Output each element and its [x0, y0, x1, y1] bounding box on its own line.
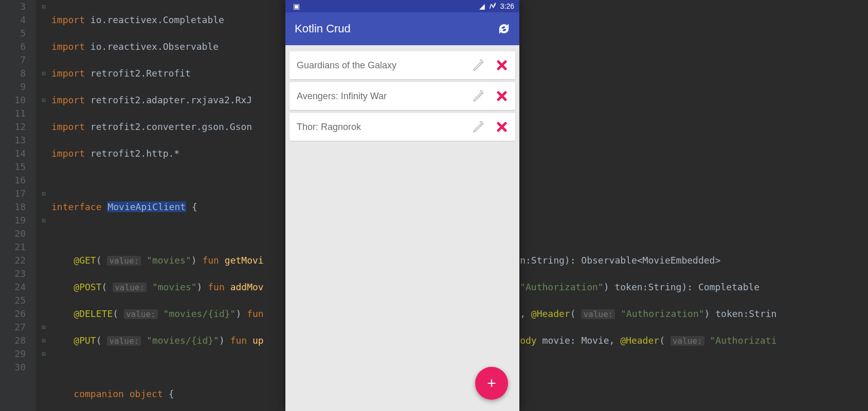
line-number: 20: [0, 227, 36, 240]
fold-marker[interactable]: ⊟: [36, 321, 51, 334]
fold-marker[interactable]: ⊟: [36, 94, 51, 107]
line-number: 22: [0, 254, 36, 267]
line-number: 5: [0, 27, 36, 40]
line-number: 3: [0, 0, 36, 13]
add-button[interactable]: +: [475, 367, 508, 400]
fold-marker[interactable]: ⊟: [36, 334, 51, 347]
movie-title: Avengers: Infinity War: [297, 91, 472, 102]
line-number: 11: [0, 107, 36, 120]
line-number: 12: [0, 120, 36, 134]
delete-icon[interactable]: [496, 59, 508, 71]
line-number: 16: [0, 174, 36, 187]
line-number: 25: [0, 294, 36, 307]
status-bar: ▣ ◢ 🗲 3:26: [285, 0, 519, 12]
fold-marker[interactable]: ⊟: [36, 214, 51, 227]
line-number: 10: [0, 94, 36, 107]
line-number: 14: [0, 147, 36, 160]
line-number: 7: [0, 53, 36, 67]
fold-column: ⊟ ⊟ ⊟ ⊟ ⊟ ⊟ ⊟ ⊟: [36, 0, 51, 411]
app-title: Kotlin Crud: [295, 22, 498, 35]
debug-icon: ▣: [293, 2, 300, 10]
line-number: 8: [0, 67, 36, 80]
line-number: 4: [0, 13, 36, 27]
line-number: 15: [0, 160, 36, 174]
fold-marker[interactable]: ⊟: [36, 187, 51, 200]
android-emulator: ▣ ◢ 🗲 3:26 Kotlin Crud Guardians of the …: [285, 0, 519, 411]
line-number: 28: [0, 334, 36, 347]
delete-icon[interactable]: [496, 90, 508, 102]
line-number: 17: [0, 187, 36, 200]
plus-icon: +: [487, 376, 496, 391]
fold-marker[interactable]: ⊟: [36, 67, 51, 80]
edit-icon[interactable]: [472, 120, 485, 134]
movie-title: Guardians of the Galaxy: [297, 60, 472, 71]
line-number: 23: [0, 267, 36, 281]
list-item[interactable]: Thor: Ragnorok: [290, 113, 515, 141]
line-number: 24: [0, 281, 36, 294]
fold-marker[interactable]: ⊟: [36, 0, 51, 13]
line-number: 29: [0, 347, 36, 361]
line-number: 19: [0, 214, 36, 227]
line-number: 21: [0, 240, 36, 254]
fold-marker[interactable]: ⊟: [36, 347, 51, 361]
line-number: 18: [0, 200, 36, 214]
line-number: 9: [0, 80, 36, 94]
refresh-icon[interactable]: [498, 23, 510, 35]
list-item[interactable]: Guardians of the Galaxy: [290, 51, 515, 79]
line-number: 27: [0, 321, 36, 334]
line-number: 13: [0, 134, 36, 147]
line-number: 26: [0, 307, 36, 321]
line-number: 30: [0, 361, 36, 374]
delete-icon[interactable]: [496, 121, 508, 133]
list-item[interactable]: Avengers: Infinity War: [290, 82, 515, 110]
edit-icon[interactable]: [472, 89, 485, 103]
edit-icon[interactable]: [472, 59, 485, 72]
status-time: 3:26: [500, 2, 514, 10]
battery-icon: 🗲: [489, 2, 496, 10]
movie-title: Thor: Ragnorok: [297, 122, 472, 133]
line-number: 6: [0, 40, 36, 53]
app-bar: Kotlin Crud: [285, 12, 519, 45]
signal-icon: ◢: [479, 2, 485, 10]
movie-list[interactable]: Guardians of the Galaxy Avengers: Infini…: [285, 45, 519, 147]
line-number-gutter: 3 4 5 6 7 8 9 10 11 12 13 14 15 16 17 18…: [0, 0, 36, 411]
